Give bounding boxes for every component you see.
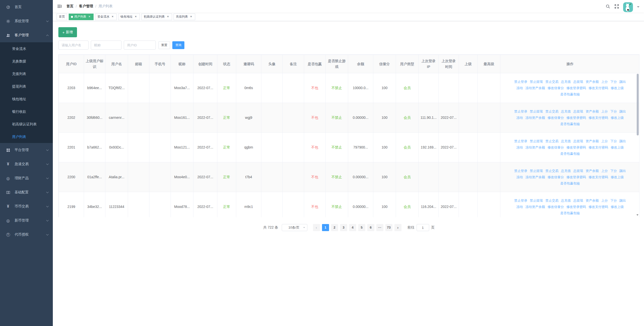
sidebar-item[interactable]: ◎理财产品 [0,171,53,185]
action-link[interactable]: 修改支付密码 [589,204,608,210]
nickname-input[interactable] [91,41,122,50]
tab-钱包地址[interactable]: 钱包地址× [118,14,140,20]
page-button[interactable]: 1 [322,224,329,231]
page-button[interactable]: 6 [367,224,374,231]
page-button[interactable]: 3 [340,224,347,231]
action-link[interactable]: 总提现 [573,79,583,85]
caret-down-icon[interactable] [637,6,639,9]
sidebar-item[interactable]: 基础配置 [0,185,53,199]
action-link[interactable]: 修改上级 [611,115,624,121]
hamburger-icon[interactable] [57,4,62,9]
action-link[interactable]: 冻结资产余额 [526,204,545,210]
action-link[interactable]: 资产余额 [586,138,599,144]
action-link[interactable]: 下分 [610,168,617,174]
sidebar-item[interactable]: 首页 [0,0,53,14]
action-link[interactable]: 是否包赢包输 [560,210,580,216]
action-link[interactable]: 禁止提现 [530,108,543,115]
action-link[interactable]: 修改支付密码 [589,144,608,151]
sidebar-item[interactable]: 客户管理 [0,28,53,42]
tab-资金流水[interactable]: 资金流水× [95,14,117,20]
search-icon[interactable] [606,4,610,9]
action-link[interactable]: 修改上级 [611,204,624,210]
action-link[interactable]: 冻结 [516,115,523,121]
sidebar-item[interactable]: ¥币币交易 [0,199,53,213]
fullscreen-icon[interactable] [614,4,619,9]
action-link[interactable]: 禁止登录 [514,138,527,144]
action-link[interactable]: 修改登录密码 [567,174,586,180]
action-link[interactable]: 总提现 [573,198,583,204]
sidebar-subitem[interactable]: 用户列表 [0,130,53,143]
action-link[interactable]: 冻结资产余额 [526,85,545,91]
action-link[interactable]: 冻结资产余额 [526,115,545,121]
action-link[interactable]: 禁止交易 [545,198,558,204]
sidebar-subitem[interactable]: 提现列表 [0,80,53,93]
page-size-select[interactable]: 10条/页 [282,224,307,231]
action-link[interactable]: 总提现 [573,168,583,174]
action-link[interactable]: 禁止交易 [545,108,558,115]
sidebar-subitem[interactable]: 初高级认证列表 [0,118,53,130]
close-icon[interactable]: × [189,15,193,19]
add-user-button[interactable]: + 新增 [58,27,77,37]
page-button[interactable]: 73 [385,224,392,231]
tab-充值列表[interactable]: 充值列表× [174,14,195,20]
goto-page-input[interactable] [417,224,429,231]
action-link[interactable]: 上分 [601,79,608,85]
action-link[interactable]: 冻结 [516,174,523,180]
action-link[interactable]: 修改支付密码 [589,85,608,91]
prev-page-button[interactable]: ‹ [313,224,320,231]
action-link[interactable]: 禁止登录 [514,108,527,115]
action-link[interactable]: 踢出 [619,108,626,115]
action-link[interactable]: 修改登录密码 [567,115,586,121]
sidebar-subitem[interactable]: 充值列表 [0,67,53,80]
breadcrumb-home[interactable]: 首页 [66,4,73,9]
action-link[interactable]: 上分 [601,138,608,144]
action-link[interactable]: 修改信誉分 [548,174,564,180]
action-link[interactable]: 禁止提现 [530,198,543,204]
user-avatar[interactable] [623,2,633,12]
action-link[interactable]: 修改登录密码 [567,85,586,91]
action-link[interactable]: 修改上级 [611,144,624,151]
search-button[interactable]: 查询 [172,41,184,49]
action-link[interactable]: 修改登录密码 [567,144,586,151]
username-input[interactable] [58,41,89,50]
sidebar-subitem[interactable]: 资金流水 [0,42,53,55]
action-link[interactable]: 冻结 [516,204,523,210]
action-link[interactable]: 踢出 [619,168,626,174]
action-link[interactable]: 上分 [601,108,608,115]
action-link[interactable]: 下分 [610,108,617,115]
action-link[interactable]: 总提现 [573,138,583,144]
close-icon[interactable]: × [111,15,114,19]
scrollbar-down-arrow[interactable] [636,214,638,216]
action-link[interactable]: 修改信誉分 [548,204,564,210]
tab-初高级认证列表[interactable]: 初高级认证列表× [141,14,172,20]
next-page-button[interactable]: › [394,224,401,231]
page-button[interactable]: 2 [331,224,338,231]
action-link[interactable]: 资产余额 [586,198,599,204]
action-link[interactable]: 禁止交易 [545,168,558,174]
action-link[interactable]: 冻结 [516,144,523,151]
page-button[interactable]: 5 [358,224,365,231]
action-link[interactable]: 是否包赢包输 [560,121,580,127]
action-link[interactable]: 总充值 [561,138,571,144]
action-link[interactable]: 禁止提现 [530,138,543,144]
action-link[interactable]: 踢出 [619,198,626,204]
action-link[interactable]: 资产余额 [586,108,599,115]
action-link[interactable]: 是否包赢包输 [560,180,580,187]
sidebar-item[interactable]: T代币授权 [0,228,53,242]
action-link[interactable]: 冻结资产余额 [526,174,545,180]
action-link[interactable]: 修改支付密码 [589,115,608,121]
action-link[interactable]: 下分 [610,138,617,144]
action-link[interactable]: 总充值 [561,168,571,174]
action-link[interactable]: 总提现 [573,108,583,115]
action-link[interactable]: 禁止提现 [530,79,543,85]
action-link[interactable]: 冻结 [516,85,523,91]
close-icon[interactable]: × [166,15,170,19]
reset-button[interactable]: 重置 [158,41,170,49]
action-link[interactable]: 修改信誉分 [548,115,564,121]
action-link[interactable]: 修改上级 [611,85,624,91]
page-button[interactable]: 4 [349,224,356,231]
action-link[interactable]: 踢出 [619,138,626,144]
action-link[interactable]: 修改登录密码 [567,204,586,210]
close-icon[interactable]: × [88,15,91,19]
action-link[interactable]: 修改信誉分 [548,144,564,151]
